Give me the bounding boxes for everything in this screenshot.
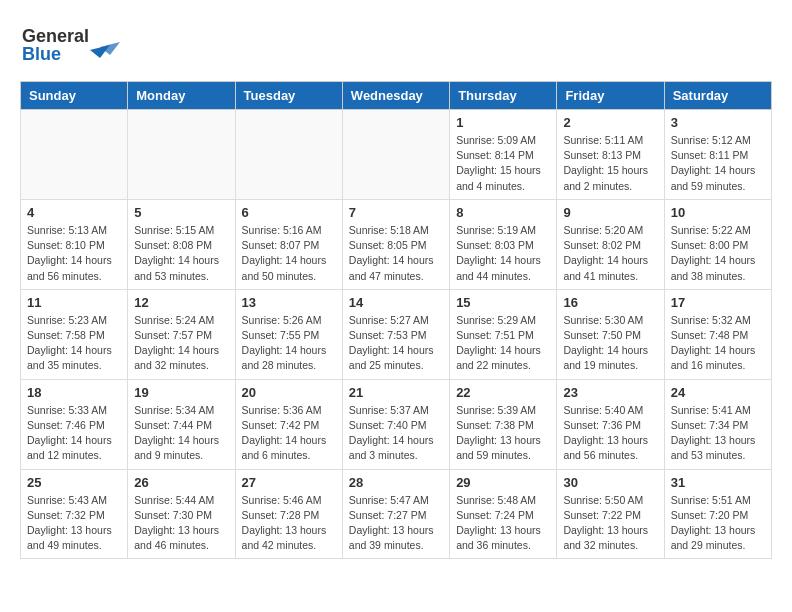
day-number: 31: [671, 475, 765, 490]
day-info: Sunrise: 5:46 AMSunset: 7:28 PMDaylight:…: [242, 493, 336, 554]
day-info: Sunrise: 5:18 AMSunset: 8:05 PMDaylight:…: [349, 223, 443, 284]
day-number: 4: [27, 205, 121, 220]
day-number: 12: [134, 295, 228, 310]
day-info: Sunrise: 5:34 AMSunset: 7:44 PMDaylight:…: [134, 403, 228, 464]
day-number: 15: [456, 295, 550, 310]
day-number: 25: [27, 475, 121, 490]
day-info: Sunrise: 5:19 AMSunset: 8:03 PMDaylight:…: [456, 223, 550, 284]
calendar-day-cell: 4Sunrise: 5:13 AMSunset: 8:10 PMDaylight…: [21, 199, 128, 289]
calendar-day-cell: 28Sunrise: 5:47 AMSunset: 7:27 PMDayligh…: [342, 469, 449, 559]
day-number: 10: [671, 205, 765, 220]
day-number: 13: [242, 295, 336, 310]
calendar-empty-cell: [21, 110, 128, 200]
calendar-day-cell: 19Sunrise: 5:34 AMSunset: 7:44 PMDayligh…: [128, 379, 235, 469]
calendar-day-cell: 11Sunrise: 5:23 AMSunset: 7:58 PMDayligh…: [21, 289, 128, 379]
generalblue-logo-icon: General Blue: [20, 20, 140, 65]
calendar-day-cell: 27Sunrise: 5:46 AMSunset: 7:28 PMDayligh…: [235, 469, 342, 559]
day-number: 16: [563, 295, 657, 310]
day-info: Sunrise: 5:29 AMSunset: 7:51 PMDaylight:…: [456, 313, 550, 374]
day-number: 11: [27, 295, 121, 310]
day-info: Sunrise: 5:24 AMSunset: 7:57 PMDaylight:…: [134, 313, 228, 374]
day-number: 29: [456, 475, 550, 490]
day-info: Sunrise: 5:13 AMSunset: 8:10 PMDaylight:…: [27, 223, 121, 284]
calendar-day-cell: 7Sunrise: 5:18 AMSunset: 8:05 PMDaylight…: [342, 199, 449, 289]
calendar-week-row: 25Sunrise: 5:43 AMSunset: 7:32 PMDayligh…: [21, 469, 772, 559]
logo: General Blue: [20, 20, 144, 65]
day-number: 2: [563, 115, 657, 130]
day-number: 1: [456, 115, 550, 130]
day-number: 18: [27, 385, 121, 400]
calendar-day-cell: 22Sunrise: 5:39 AMSunset: 7:38 PMDayligh…: [450, 379, 557, 469]
day-number: 7: [349, 205, 443, 220]
calendar-day-cell: 20Sunrise: 5:36 AMSunset: 7:42 PMDayligh…: [235, 379, 342, 469]
calendar-day-cell: 21Sunrise: 5:37 AMSunset: 7:40 PMDayligh…: [342, 379, 449, 469]
day-info: Sunrise: 5:30 AMSunset: 7:50 PMDaylight:…: [563, 313, 657, 374]
day-info: Sunrise: 5:48 AMSunset: 7:24 PMDaylight:…: [456, 493, 550, 554]
calendar-day-cell: 12Sunrise: 5:24 AMSunset: 7:57 PMDayligh…: [128, 289, 235, 379]
day-info: Sunrise: 5:36 AMSunset: 7:42 PMDaylight:…: [242, 403, 336, 464]
calendar-table: SundayMondayTuesdayWednesdayThursdayFrid…: [20, 81, 772, 559]
day-number: 21: [349, 385, 443, 400]
calendar-week-row: 4Sunrise: 5:13 AMSunset: 8:10 PMDaylight…: [21, 199, 772, 289]
calendar-day-cell: 8Sunrise: 5:19 AMSunset: 8:03 PMDaylight…: [450, 199, 557, 289]
calendar-day-cell: 24Sunrise: 5:41 AMSunset: 7:34 PMDayligh…: [664, 379, 771, 469]
calendar-day-cell: 25Sunrise: 5:43 AMSunset: 7:32 PMDayligh…: [21, 469, 128, 559]
day-number: 23: [563, 385, 657, 400]
day-info: Sunrise: 5:22 AMSunset: 8:00 PMDaylight:…: [671, 223, 765, 284]
day-info: Sunrise: 5:11 AMSunset: 8:13 PMDaylight:…: [563, 133, 657, 194]
weekday-header-friday: Friday: [557, 82, 664, 110]
day-info: Sunrise: 5:27 AMSunset: 7:53 PMDaylight:…: [349, 313, 443, 374]
calendar-day-cell: 6Sunrise: 5:16 AMSunset: 8:07 PMDaylight…: [235, 199, 342, 289]
calendar-day-cell: 1Sunrise: 5:09 AMSunset: 8:14 PMDaylight…: [450, 110, 557, 200]
day-info: Sunrise: 5:50 AMSunset: 7:22 PMDaylight:…: [563, 493, 657, 554]
day-info: Sunrise: 5:09 AMSunset: 8:14 PMDaylight:…: [456, 133, 550, 194]
weekday-header-saturday: Saturday: [664, 82, 771, 110]
day-number: 6: [242, 205, 336, 220]
calendar-empty-cell: [128, 110, 235, 200]
calendar-day-cell: 31Sunrise: 5:51 AMSunset: 7:20 PMDayligh…: [664, 469, 771, 559]
day-info: Sunrise: 5:43 AMSunset: 7:32 PMDaylight:…: [27, 493, 121, 554]
day-info: Sunrise: 5:32 AMSunset: 7:48 PMDaylight:…: [671, 313, 765, 374]
weekday-header-wednesday: Wednesday: [342, 82, 449, 110]
weekday-header-thursday: Thursday: [450, 82, 557, 110]
calendar-day-cell: 29Sunrise: 5:48 AMSunset: 7:24 PMDayligh…: [450, 469, 557, 559]
calendar-week-row: 11Sunrise: 5:23 AMSunset: 7:58 PMDayligh…: [21, 289, 772, 379]
calendar-empty-cell: [342, 110, 449, 200]
weekday-header-monday: Monday: [128, 82, 235, 110]
calendar-day-cell: 3Sunrise: 5:12 AMSunset: 8:11 PMDaylight…: [664, 110, 771, 200]
day-number: 20: [242, 385, 336, 400]
day-info: Sunrise: 5:44 AMSunset: 7:30 PMDaylight:…: [134, 493, 228, 554]
day-number: 22: [456, 385, 550, 400]
day-info: Sunrise: 5:16 AMSunset: 8:07 PMDaylight:…: [242, 223, 336, 284]
calendar-day-cell: 9Sunrise: 5:20 AMSunset: 8:02 PMDaylight…: [557, 199, 664, 289]
calendar-day-cell: 18Sunrise: 5:33 AMSunset: 7:46 PMDayligh…: [21, 379, 128, 469]
calendar-day-cell: 23Sunrise: 5:40 AMSunset: 7:36 PMDayligh…: [557, 379, 664, 469]
calendar-week-row: 18Sunrise: 5:33 AMSunset: 7:46 PMDayligh…: [21, 379, 772, 469]
day-info: Sunrise: 5:26 AMSunset: 7:55 PMDaylight:…: [242, 313, 336, 374]
day-info: Sunrise: 5:41 AMSunset: 7:34 PMDaylight:…: [671, 403, 765, 464]
day-number: 28: [349, 475, 443, 490]
day-number: 5: [134, 205, 228, 220]
weekday-header-tuesday: Tuesday: [235, 82, 342, 110]
day-info: Sunrise: 5:23 AMSunset: 7:58 PMDaylight:…: [27, 313, 121, 374]
day-number: 8: [456, 205, 550, 220]
calendar-day-cell: 13Sunrise: 5:26 AMSunset: 7:55 PMDayligh…: [235, 289, 342, 379]
day-info: Sunrise: 5:51 AMSunset: 7:20 PMDaylight:…: [671, 493, 765, 554]
svg-text:General: General: [22, 26, 89, 46]
calendar-day-cell: 17Sunrise: 5:32 AMSunset: 7:48 PMDayligh…: [664, 289, 771, 379]
calendar-day-cell: 30Sunrise: 5:50 AMSunset: 7:22 PMDayligh…: [557, 469, 664, 559]
day-number: 3: [671, 115, 765, 130]
calendar-day-cell: 15Sunrise: 5:29 AMSunset: 7:51 PMDayligh…: [450, 289, 557, 379]
day-number: 14: [349, 295, 443, 310]
calendar-week-row: 1Sunrise: 5:09 AMSunset: 8:14 PMDaylight…: [21, 110, 772, 200]
calendar-day-cell: 10Sunrise: 5:22 AMSunset: 8:00 PMDayligh…: [664, 199, 771, 289]
calendar-day-cell: 26Sunrise: 5:44 AMSunset: 7:30 PMDayligh…: [128, 469, 235, 559]
page-header: General Blue: [20, 20, 772, 65]
calendar-day-cell: 2Sunrise: 5:11 AMSunset: 8:13 PMDaylight…: [557, 110, 664, 200]
day-number: 17: [671, 295, 765, 310]
day-info: Sunrise: 5:33 AMSunset: 7:46 PMDaylight:…: [27, 403, 121, 464]
weekday-header-sunday: Sunday: [21, 82, 128, 110]
day-number: 24: [671, 385, 765, 400]
day-info: Sunrise: 5:39 AMSunset: 7:38 PMDaylight:…: [456, 403, 550, 464]
day-info: Sunrise: 5:47 AMSunset: 7:27 PMDaylight:…: [349, 493, 443, 554]
